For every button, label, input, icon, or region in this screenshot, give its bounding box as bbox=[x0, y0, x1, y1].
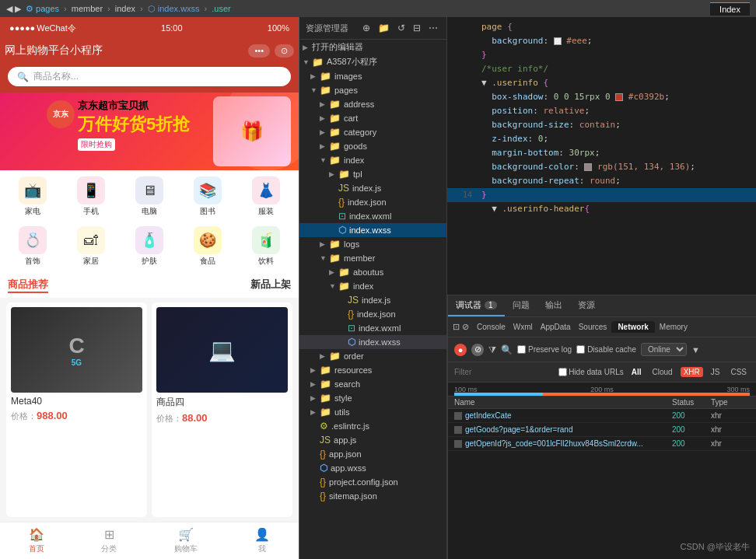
record-btn[interactable]: ● bbox=[454, 344, 467, 356]
cat-item-jewelry[interactable]: 💍 首饰 bbox=[9, 226, 56, 267]
aboutus-folder[interactable]: ▶ 📁 aboutus bbox=[299, 265, 446, 279]
network-row-1[interactable]: getGoods?page=1&order=rand 200 xhr bbox=[448, 423, 756, 437]
address-folder[interactable]: ▶ 📁 address bbox=[299, 97, 446, 111]
goods-folder[interactable]: ▶ 📁 goods bbox=[299, 139, 446, 153]
app-js-file[interactable]: ▶ JS app.js bbox=[299, 433, 446, 447]
member-index-wxss[interactable]: ▶ ⬡ index.wxss bbox=[299, 335, 446, 349]
timeline-fill bbox=[454, 393, 750, 396]
app-json-file[interactable]: ▶ {} app.json bbox=[299, 447, 446, 461]
tab-debugger[interactable]: 调试器 1 bbox=[448, 295, 505, 316]
wxml-tab[interactable]: Wxml bbox=[510, 323, 536, 331]
filter-btn[interactable]: ⧩ bbox=[488, 344, 496, 355]
nav-profile[interactable]: 👤 我 bbox=[254, 527, 270, 554]
category-folder[interactable]: ▶ 📁 category bbox=[299, 125, 446, 139]
index-folder[interactable]: ▼ 📁 index bbox=[299, 153, 446, 167]
style-folder[interactable]: ▶ 📁 style bbox=[299, 391, 446, 405]
tab-resources[interactable]: 资源 bbox=[570, 295, 603, 316]
index-wxss-file[interactable]: ▶ ⬡ index.wxss bbox=[299, 223, 446, 237]
logs-folder[interactable]: ▶ 📁 logs bbox=[299, 237, 446, 251]
filter-cloud[interactable]: Cloud bbox=[649, 368, 676, 376]
network-tab[interactable]: Network bbox=[611, 321, 654, 333]
cat-item-drinks[interactable]: 🧃 饮料 bbox=[243, 226, 289, 267]
sitemap-file[interactable]: ▶ {} sitemap.json bbox=[299, 489, 446, 503]
product-card-0[interactable]: C 5G Meta40 价格：988.00 bbox=[6, 302, 147, 517]
nav-category[interactable]: ⊞ 分类 bbox=[101, 527, 117, 554]
member-index-js[interactable]: ▶ JS index.js bbox=[299, 293, 446, 307]
hide-urls-label[interactable]: Hide data URLs bbox=[558, 368, 624, 376]
collapse-btn[interactable]: ⊟ bbox=[411, 22, 423, 34]
row-name-2: getOpenId?js_code=001lcFIl2huxv84BsSml2c… bbox=[465, 439, 672, 448]
member-index-folder[interactable]: ▼ 📁 index bbox=[299, 279, 446, 293]
hide-urls-cb[interactable] bbox=[558, 368, 567, 376]
member-index-wxml[interactable]: ▶ ⊡ index.wxml bbox=[299, 321, 446, 335]
project-config-file[interactable]: ▶ {} project.config.json bbox=[299, 475, 446, 489]
console-subtabs[interactable]: ⊡ ⊘ Console Wxml AppData Sources Network… bbox=[448, 317, 756, 337]
open-editors-section[interactable]: ▶ 打开的编辑器 bbox=[299, 40, 446, 54]
cat-item-phone[interactable]: 📱 手机 bbox=[68, 176, 114, 217]
cart-folder-icon: 📁 bbox=[329, 113, 341, 124]
pages-folder[interactable]: ▼ 📁 pages bbox=[299, 83, 446, 97]
cat-item-home[interactable]: 🛋 家居 bbox=[68, 226, 114, 267]
nav-cart[interactable]: 🛒 购物车 bbox=[174, 527, 198, 554]
preserve-log-cb[interactable] bbox=[517, 345, 526, 354]
cart-folder[interactable]: ▶ 📁 cart bbox=[299, 111, 446, 125]
member-index-json[interactable]: ▶ {} index.json bbox=[299, 307, 446, 321]
order-folder[interactable]: ▶ 📁 order bbox=[299, 349, 446, 363]
devtools-tabs[interactable]: 调试器 1 问题 输出 资源 bbox=[448, 295, 756, 317]
disable-cache-cb[interactable] bbox=[576, 345, 585, 354]
cat-item-skincare[interactable]: 🧴 护肤 bbox=[126, 226, 173, 267]
tab-output[interactable]: 输出 bbox=[537, 295, 570, 316]
wxml-icon: ⊡ bbox=[338, 211, 346, 222]
filter-xhr[interactable]: XHR bbox=[681, 367, 703, 377]
tpl-folder[interactable]: ▶ 📁 tpl bbox=[299, 167, 446, 181]
search-folder[interactable]: ▶ 📁 search bbox=[299, 377, 446, 391]
refresh-btn[interactable]: ↺ bbox=[395, 22, 408, 34]
member-folder[interactable]: ▼ 📁 member bbox=[299, 251, 446, 265]
sources-tab[interactable]: Sources bbox=[576, 323, 611, 331]
images-folder[interactable]: ▶ 📁 images bbox=[299, 69, 446, 83]
memory-tab[interactable]: Memory bbox=[656, 323, 691, 331]
search-network-btn[interactable]: 🔍 bbox=[501, 344, 513, 355]
console-tab[interactable]: Console bbox=[474, 323, 509, 331]
tab-problems[interactable]: 问题 bbox=[505, 295, 537, 316]
filter-js[interactable]: JS bbox=[708, 368, 723, 376]
cat-item-food[interactable]: 🍪 食品 bbox=[184, 226, 231, 267]
index-json-file[interactable]: ▶ {} index.json bbox=[299, 195, 446, 209]
cat-label-skincare: 护肤 bbox=[142, 256, 157, 267]
nav-home[interactable]: 🏠 首页 bbox=[29, 527, 44, 554]
nav-arrows[interactable]: ◀ ▶ bbox=[6, 4, 21, 14]
network-row-0[interactable]: getIndexCate 200 xhr bbox=[448, 409, 756, 423]
project-json-icon: {} bbox=[320, 477, 326, 487]
new-file-btn[interactable]: ⊕ bbox=[360, 22, 373, 34]
network-row-2[interactable]: getOpenId?js_code=001lcFIl2huxv84BsSml2c… bbox=[448, 437, 756, 451]
share-btn[interactable]: ⊙ bbox=[275, 44, 294, 58]
utils-folder[interactable]: ▶ 📁 utils bbox=[299, 405, 446, 419]
new-folder-btn[interactable]: 📁 bbox=[376, 22, 392, 34]
code-content[interactable]: page { background: #eee; } /*user info*/ bbox=[447, 17, 756, 295]
resources-folder[interactable]: ▶ 📁 resources bbox=[299, 363, 446, 377]
appdata-tab[interactable]: AppData bbox=[537, 323, 574, 331]
app-wxss-file[interactable]: ▶ ⬡ app.wxss bbox=[299, 461, 446, 475]
preserve-log-label[interactable]: Preserve log bbox=[517, 345, 572, 354]
cat-item-pc[interactable]: 🖥 电脑 bbox=[126, 176, 173, 217]
cat-item-books[interactable]: 📚 图书 bbox=[184, 176, 231, 217]
throttle-select[interactable]: Online bbox=[641, 343, 687, 356]
cat-item-tv[interactable]: 📺 家电 bbox=[9, 176, 56, 217]
menu-btn[interactable]: ••• bbox=[248, 44, 270, 58]
phone-search-area[interactable]: 🔍 商品名称... bbox=[0, 62, 299, 93]
index-wxml-file[interactable]: ▶ ⊡ index.wxml bbox=[299, 209, 446, 223]
more-btn[interactable]: ⋯ bbox=[426, 22, 440, 34]
index-js-file[interactable]: ▶ JS index.js bbox=[299, 181, 446, 195]
file-panel-actions[interactable]: ⊕ 📁 ↺ ⊟ ⋯ bbox=[360, 22, 440, 34]
filter-input[interactable] bbox=[454, 368, 554, 376]
disable-cache-label[interactable]: Disable cache bbox=[576, 345, 636, 354]
search-box[interactable]: 🔍 商品名称... bbox=[8, 67, 291, 86]
product-card-1[interactable]: 💻 商品四 价格：88.00 bbox=[152, 302, 292, 517]
filter-all[interactable]: All bbox=[628, 368, 645, 376]
project-root[interactable]: ▼ 📁 A3587小程序 bbox=[299, 54, 446, 69]
tab-index[interactable]: Index bbox=[710, 2, 750, 16]
filter-css[interactable]: CSS bbox=[727, 368, 750, 376]
cat-item-clothes[interactable]: 👗 服装 bbox=[243, 176, 289, 217]
clear-btn[interactable]: ⊘ bbox=[471, 344, 484, 356]
eslintrc-file[interactable]: ▶ ⚙ .eslintrc.js bbox=[299, 419, 446, 433]
